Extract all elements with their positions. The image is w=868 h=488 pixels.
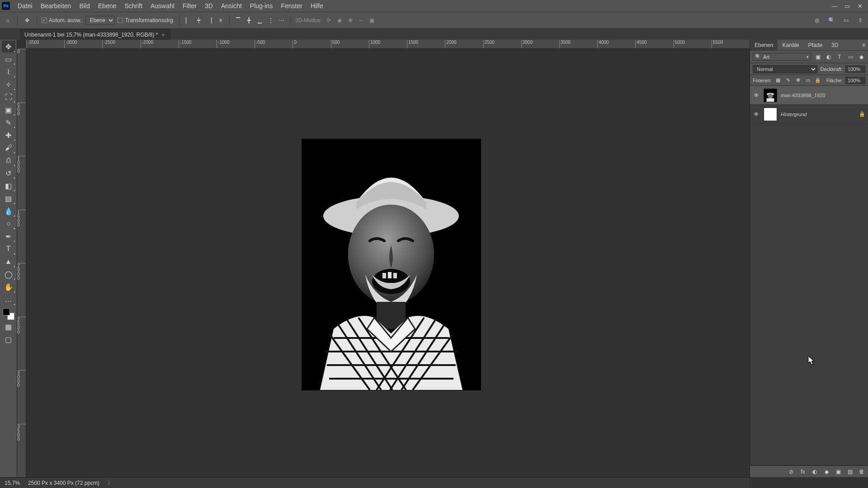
lock-all-icon[interactable]: 🔒 xyxy=(814,77,821,84)
menu-schrift[interactable]: Schrift xyxy=(120,2,146,9)
rectangular-marquee-tool[interactable]: ▭ xyxy=(2,53,15,65)
layer-fx-icon[interactable]: fx xyxy=(799,469,807,475)
align-bottom-icon[interactable]: ▁ xyxy=(256,16,264,24)
gradient-tool[interactable]: ▤ xyxy=(2,192,15,204)
align-right-icon[interactable]: ▕ xyxy=(206,16,214,24)
auto-select-checkbox[interactable]: ✓ Autom. ausw.: xyxy=(42,17,83,23)
edit-toolbar[interactable]: ▦ xyxy=(2,321,15,333)
color-swatches[interactable] xyxy=(3,308,14,320)
tab-3d[interactable]: 3D xyxy=(827,40,843,50)
window-minimize-button[interactable]: — xyxy=(828,3,841,9)
window-close-button[interactable]: ✕ xyxy=(854,3,866,9)
filter-adjustment-icon[interactable]: ◐ xyxy=(825,53,833,61)
lock-pixels-icon[interactable]: ✎ xyxy=(784,77,792,84)
layer-filter-search[interactable]: 🔍 Art ▾ xyxy=(753,53,811,61)
filter-smart-icon[interactable]: ◆ xyxy=(857,53,865,61)
layer-thumbnail[interactable] xyxy=(764,108,777,121)
align-center-v-icon[interactable]: ╋ xyxy=(245,16,253,24)
group-layers-icon[interactable]: ▣ xyxy=(835,469,842,475)
ruler-horizontal[interactable]: -3500-3000-2500-2000-1500-1000-500050010… xyxy=(26,40,750,49)
auto-select-target-select[interactable]: Ebene xyxy=(85,16,115,25)
fill-input[interactable] xyxy=(845,77,865,84)
align-left-icon[interactable]: ▏ xyxy=(184,16,192,24)
menu-datei[interactable]: Datei xyxy=(14,2,37,9)
pen-tool[interactable]: ✒ xyxy=(2,230,15,242)
move-tool-icon[interactable]: ✥ xyxy=(22,15,32,25)
tab-pfade[interactable]: Pfade xyxy=(804,40,827,50)
rectangle-tool[interactable]: ◯ xyxy=(2,268,15,280)
layer-row[interactable]: 👁Hintergrund🔒 xyxy=(750,105,868,124)
blend-mode-select[interactable]: Normal xyxy=(753,65,817,73)
magic-wand-tool[interactable]: ✧ xyxy=(2,79,15,90)
adjustment-layer-icon[interactable]: ◆ xyxy=(823,469,830,475)
filter-type-icon[interactable]: T xyxy=(835,53,844,61)
canvas[interactable] xyxy=(26,49,750,477)
lasso-tool[interactable]: ⌇ xyxy=(2,66,15,78)
menu-fenster[interactable]: Fenster xyxy=(277,2,306,9)
menu-auswahl[interactable]: Auswahl xyxy=(146,2,179,9)
move-tool[interactable]: ✥ xyxy=(2,41,15,52)
crop-tool[interactable]: ⛶ xyxy=(2,91,15,103)
foreground-color-swatch[interactable] xyxy=(3,308,10,315)
eyedropper-tool[interactable]: ✎ xyxy=(2,117,15,128)
document-image[interactable] xyxy=(302,139,481,390)
new-layer-icon[interactable]: ▤ xyxy=(846,469,854,475)
status-arrow-icon[interactable]: 〉 xyxy=(108,479,113,487)
share-icon[interactable]: ⇪ xyxy=(855,15,865,25)
visibility-toggle-icon[interactable]: 👁 xyxy=(753,92,760,99)
layer-name[interactable]: man-4333898_1920 xyxy=(781,93,855,98)
layer-thumbnail[interactable] xyxy=(764,89,777,102)
distribute-h-icon[interactable]: ≡ xyxy=(217,16,225,24)
opacity-input[interactable] xyxy=(845,66,865,73)
layer-name[interactable]: Hintergrund xyxy=(781,112,855,117)
home-icon[interactable]: ⌂ xyxy=(3,15,13,25)
ruler-vertical[interactable]: 05001000150020002500300035004000 xyxy=(17,49,26,477)
healing-brush-tool[interactable]: ✚ xyxy=(2,129,15,141)
panel-menu-icon[interactable]: ≡ xyxy=(859,42,868,48)
type-tool[interactable]: T xyxy=(2,243,15,255)
lock-transparent-icon[interactable]: ▦ xyxy=(774,77,782,84)
path-selection-tool[interactable]: ▲ xyxy=(2,256,15,267)
layer-row[interactable]: 👁man-4333898_1920 xyxy=(750,86,868,105)
menu-bearbeiten[interactable]: Bearbeiten xyxy=(37,2,75,9)
status-document-info[interactable]: 2500 Px x 3400 Px (72 ppcm) xyxy=(28,480,99,486)
align-more-icon[interactable]: ⋯ xyxy=(278,16,286,24)
menu-filter[interactable]: Filter xyxy=(179,2,201,9)
transform-controls-checkbox[interactable]: Transformationsstrg. xyxy=(118,17,175,23)
blur-tool[interactable]: 💧 xyxy=(2,205,15,217)
cloud-documents-icon[interactable]: ◎ xyxy=(812,15,822,25)
dodge-tool[interactable]: ○ xyxy=(2,218,15,230)
arrange-documents-icon[interactable]: ▭ xyxy=(841,15,851,25)
align-center-h-icon[interactable]: ┿ xyxy=(195,16,203,24)
screen-mode[interactable]: ▢ xyxy=(2,333,15,345)
menu-ebene[interactable]: Ebene xyxy=(94,2,120,9)
filter-pixel-icon[interactable]: ▣ xyxy=(814,53,822,61)
lock-position-icon[interactable]: ✥ xyxy=(794,77,802,84)
layer-mask-icon[interactable]: ◐ xyxy=(811,469,818,475)
document-tab[interactable]: Unbenannt-1 bei 15,7% (man-4333898_1920,… xyxy=(20,29,171,40)
frame-tool[interactable]: ▣ xyxy=(2,104,15,116)
tab-ebenen[interactable]: Ebenen xyxy=(750,40,778,50)
brush-tool[interactable]: 🖌 xyxy=(2,142,15,154)
window-maximize-button[interactable]: ▭ xyxy=(841,3,854,9)
zoom-tool[interactable]: … xyxy=(2,294,15,305)
hand-tool[interactable]: ✋ xyxy=(2,281,15,293)
distribute-v-icon[interactable]: ⋮ xyxy=(267,16,275,24)
search-icon[interactable]: 🔍 xyxy=(826,15,836,25)
delete-layer-icon[interactable]: 🗑 xyxy=(858,469,865,475)
status-zoom[interactable]: 15,7% xyxy=(5,480,20,486)
menu-plugins[interactable]: Plug-ins xyxy=(246,2,277,9)
lock-artboard-icon[interactable]: ▭ xyxy=(804,77,811,84)
visibility-toggle-icon[interactable]: 👁 xyxy=(753,111,760,117)
layer-lock-icon[interactable]: 🔒 xyxy=(859,111,865,117)
history-brush-tool[interactable]: ↺ xyxy=(2,167,15,179)
menu-3d[interactable]: 3D xyxy=(201,2,217,9)
menu-bild[interactable]: Bild xyxy=(75,2,94,9)
link-layers-icon[interactable]: ⊘ xyxy=(788,469,795,475)
filter-shape-icon[interactable]: ▭ xyxy=(846,53,854,61)
menu-hilfe[interactable]: Hilfe xyxy=(307,2,327,9)
eraser-tool[interactable]: ◧ xyxy=(2,180,15,192)
align-top-icon[interactable]: ▔ xyxy=(234,16,242,24)
close-tab-icon[interactable]: × xyxy=(162,32,165,38)
clone-stamp-tool[interactable]: ⎙ xyxy=(2,155,15,166)
